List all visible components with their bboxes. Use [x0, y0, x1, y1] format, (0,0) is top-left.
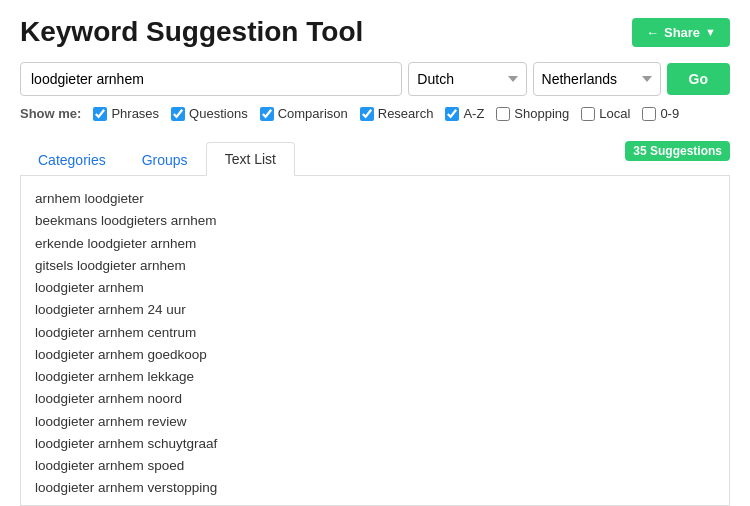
keyword-item: loodgieter arnhem centrum — [35, 322, 715, 344]
language-select[interactable]: DutchEnglishGermanFrench — [408, 62, 526, 96]
filter-label-09[interactable]: 0-9 — [660, 106, 679, 121]
filter-item-09: 0-9 — [642, 106, 679, 121]
filter-item-comparison: Comparison — [260, 106, 348, 121]
filter-label-az[interactable]: A-Z — [463, 106, 484, 121]
filter-item-phrases: Phrases — [93, 106, 159, 121]
filter-label-local[interactable]: Local — [599, 106, 630, 121]
keyword-item: loodgieter arnhem zuid — [35, 500, 715, 506]
keyword-item: loodgieter arnhem noord — [35, 388, 715, 410]
keyword-item: loodgieter arnhem 24 uur — [35, 299, 715, 321]
filter-label-phrases[interactable]: Phrases — [111, 106, 159, 121]
keyword-item: loodgieter arnhem — [35, 277, 715, 299]
keyword-item: loodgieter arnhem schuytgraaf — [35, 433, 715, 455]
filter-item-shopping: Shopping — [496, 106, 569, 121]
keyword-item: loodgieter arnhem review — [35, 411, 715, 433]
filter-label-shopping[interactable]: Shopping — [514, 106, 569, 121]
tab-groups[interactable]: Groups — [124, 144, 206, 176]
keyword-item: loodgieter arnhem goedkoop — [35, 344, 715, 366]
share-button[interactable]: ← Share ▼ — [632, 18, 730, 47]
keyword-list[interactable]: arnhem loodgieterbeekmans loodgieters ar… — [20, 176, 730, 506]
content-area: 35 Suggestions CategoriesGroupsText List… — [20, 141, 730, 506]
keyword-item: loodgieter arnhem spoed — [35, 455, 715, 477]
suggestions-badge: 35 Suggestions — [625, 141, 730, 161]
keyword-item: erkende loodgieter arnhem — [35, 233, 715, 255]
filter-item-research: Research — [360, 106, 434, 121]
filter-item-local: Local — [581, 106, 630, 121]
filter-checkbox-comparison[interactable] — [260, 107, 274, 121]
header-row: Keyword Suggestion Tool ← Share ▼ — [20, 16, 730, 48]
filter-item-questions: Questions — [171, 106, 248, 121]
keyword-item: beekmans loodgieters arnhem — [35, 210, 715, 232]
filter-checkbox-az[interactable] — [445, 107, 459, 121]
tab-textlist[interactable]: Text List — [206, 142, 295, 176]
search-input[interactable] — [20, 62, 402, 96]
filter-item-az: A-Z — [445, 106, 484, 121]
filter-checkbox-research[interactable] — [360, 107, 374, 121]
tabs-row: CategoriesGroupsText List — [20, 141, 730, 176]
tab-categories[interactable]: Categories — [20, 144, 124, 176]
keyword-item: arnhem loodgieter — [35, 188, 715, 210]
filter-checkbox-local[interactable] — [581, 107, 595, 121]
page-wrapper: Keyword Suggestion Tool ← Share ▼ DutchE… — [0, 0, 750, 506]
filter-label-research[interactable]: Research — [378, 106, 434, 121]
page-title: Keyword Suggestion Tool — [20, 16, 363, 48]
filters-row: Show me: PhrasesQuestionsComparisonResea… — [20, 106, 730, 121]
filter-checkbox-shopping[interactable] — [496, 107, 510, 121]
filter-label-comparison[interactable]: Comparison — [278, 106, 348, 121]
keyword-item: gitsels loodgieter arnhem — [35, 255, 715, 277]
country-select[interactable]: NetherlandsUnited StatesGermanyFrance — [533, 62, 661, 96]
filter-checkbox-questions[interactable] — [171, 107, 185, 121]
share-label: Share — [664, 25, 700, 40]
keyword-item: loodgieter arnhem verstopping — [35, 477, 715, 499]
filter-label-questions[interactable]: Questions — [189, 106, 248, 121]
go-button[interactable]: Go — [667, 63, 730, 95]
filters-label: Show me: — [20, 106, 81, 121]
filter-checkbox-09[interactable] — [642, 107, 656, 121]
filter-checkbox-phrases[interactable] — [93, 107, 107, 121]
keyword-item: loodgieter arnhem lekkage — [35, 366, 715, 388]
share-dropdown-icon: ▼ — [705, 26, 716, 38]
search-row: DutchEnglishGermanFrench NetherlandsUnit… — [20, 62, 730, 96]
share-icon: ← — [646, 25, 659, 40]
